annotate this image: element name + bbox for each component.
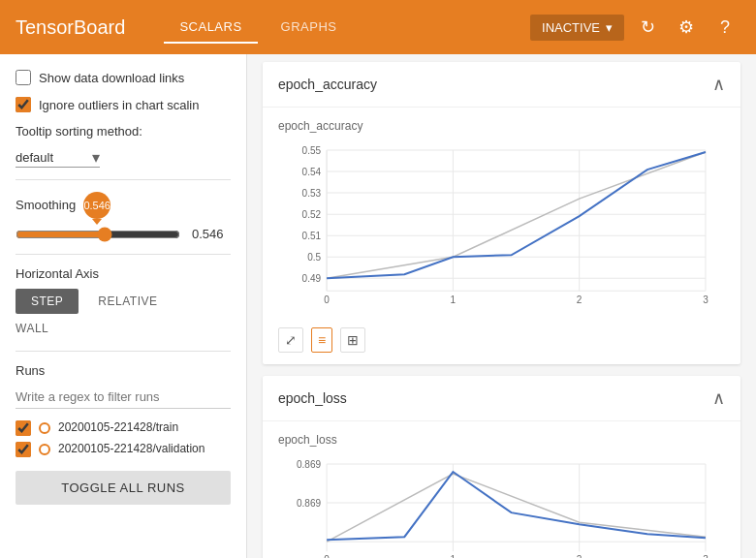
svg-text:1: 1 <box>451 555 457 558</box>
run-item-validation: 20200105-221428/validation <box>16 442 231 457</box>
svg-text:0.5: 0.5 <box>307 252 321 263</box>
divider-1 <box>16 179 231 180</box>
svg-text:2: 2 <box>577 294 583 305</box>
run-train-dot <box>39 422 50 434</box>
svg-text:0.54: 0.54 <box>302 167 322 177</box>
smoothing-value: 0.546 <box>192 227 231 241</box>
horizontal-axis-title: Horizontal Axis <box>16 266 231 281</box>
main-content: epoch_accuracy ∧ epoch_accuracy <box>247 54 756 558</box>
epoch-loss-body: epoch_loss <box>263 421 740 558</box>
epoch-accuracy-header: epoch_accuracy ∧ <box>263 62 740 108</box>
epoch-accuracy-body: epoch_accuracy <box>263 108 740 364</box>
epoch-accuracy-toolbar: ⤢ ≡ ⊞ <box>278 324 725 356</box>
tooltip-sorting-label: Tooltip sorting method: <box>16 124 142 140</box>
axis-step-button[interactable]: STEP <box>16 289 79 314</box>
epoch-loss-subtitle: epoch_loss <box>278 433 725 447</box>
smoothing-title: Smoothing <box>16 198 76 212</box>
toggle-all-runs-button[interactable]: TOGGLE ALL RUNS <box>16 471 231 505</box>
axis-relative-button[interactable]: RELATIVE <box>82 289 173 314</box>
epoch-loss-collapse-icon[interactable]: ∧ <box>712 388 725 409</box>
fit-chart-button[interactable]: ⊞ <box>340 327 365 353</box>
axis-buttons: STEP RELATIVE <box>16 289 231 314</box>
tooltip-sorting-select[interactable]: default ascending descending nearest <box>16 148 100 168</box>
svg-text:0.869: 0.869 <box>297 459 321 470</box>
epoch-accuracy-title: epoch_accuracy <box>278 77 377 92</box>
epoch-accuracy-subtitle: epoch_accuracy <box>278 119 725 133</box>
main-nav: SCALARS GRAPHS <box>164 12 530 44</box>
expand-chart-button[interactable]: ⤢ <box>278 327 303 353</box>
show-download-checkbox[interactable] <box>16 70 31 85</box>
ignore-outliers-row: Ignore outliers in chart scalin <box>16 97 231 112</box>
horizontal-axis-section: Horizontal Axis STEP RELATIVE WALL <box>16 266 231 339</box>
header-right: INACTIVE ▾ ↻ ⚙ ? <box>530 12 740 43</box>
help-icon[interactable]: ? <box>709 12 740 43</box>
svg-text:0.55: 0.55 <box>302 145 322 156</box>
epoch-accuracy-card: epoch_accuracy ∧ epoch_accuracy <box>263 62 740 364</box>
svg-text:0.869: 0.869 <box>297 499 321 510</box>
svg-text:3: 3 <box>703 555 709 558</box>
svg-text:0.49: 0.49 <box>302 273 322 284</box>
sidebar: Show data download links Ignore outliers… <box>0 54 247 558</box>
runs-title: Runs <box>16 363 231 378</box>
gear-icon[interactable]: ⚙ <box>671 12 702 43</box>
run-validation-label: 20200105-221428/validation <box>58 442 205 457</box>
svg-text:0.51: 0.51 <box>302 231 322 241</box>
smoothing-section: Smoothing 0.546 0.546 <box>16 192 231 242</box>
epoch-loss-title: epoch_loss <box>278 390 347 406</box>
svg-text:1: 1 <box>451 294 457 305</box>
epoch-accuracy-chart: 0.55 0.54 0.53 0.52 0.51 0.5 0.49 0 1 <box>278 140 725 320</box>
divider-2 <box>16 254 231 255</box>
svg-text:2: 2 <box>577 555 583 558</box>
show-download-row: Show data download links <box>16 70 231 85</box>
run-validation-checkbox[interactable] <box>16 442 31 457</box>
inactive-button[interactable]: INACTIVE ▾ <box>530 15 624 41</box>
show-download-label: Show data download links <box>39 71 184 85</box>
smoothing-tooltip-bubble: 0.546 <box>83 192 110 219</box>
run-validation-dot <box>39 444 50 455</box>
data-download-button[interactable]: ≡ <box>311 327 332 353</box>
refresh-icon[interactable]: ↻ <box>632 12 663 43</box>
divider-3 <box>16 351 231 352</box>
epoch-loss-header: epoch_loss ∧ <box>263 376 740 421</box>
app-logo: TensorBoard <box>16 16 125 39</box>
run-train-checkbox[interactable] <box>16 420 31 436</box>
tooltip-sorting-row: Tooltip sorting method: default ascendin… <box>16 124 231 168</box>
svg-text:0.53: 0.53 <box>302 188 322 199</box>
epoch-accuracy-collapse-icon[interactable]: ∧ <box>712 74 725 95</box>
nav-scalars[interactable]: SCALARS <box>164 12 257 44</box>
svg-text:3: 3 <box>703 294 709 305</box>
runs-filter-input[interactable] <box>16 386 231 409</box>
nav-graphs[interactable]: GRAPHS <box>266 12 353 44</box>
runs-section: Runs 20200105-221428/train 20200105-2214… <box>16 363 231 542</box>
svg-text:0.52: 0.52 <box>302 209 322 220</box>
main-layout: Show data download links Ignore outliers… <box>0 54 756 558</box>
epoch-loss-card: epoch_loss ∧ epoch_loss <box>263 376 740 558</box>
tooltip-select-wrapper: default ascending descending nearest ▾ <box>16 148 100 168</box>
smoothing-label-row: Smoothing 0.546 <box>16 192 231 219</box>
svg-text:0: 0 <box>324 555 330 558</box>
ignore-outliers-label: Ignore outliers in chart scalin <box>39 98 199 112</box>
run-item-train: 20200105-221428/train <box>16 420 231 436</box>
svg-text:0: 0 <box>324 294 330 305</box>
epoch-loss-chart: 0.869 0.869 0 1 2 3 <box>278 454 725 558</box>
app-header: TensorBoard SCALARS GRAPHS INACTIVE ▾ ↻ … <box>0 0 756 54</box>
smoothing-slider[interactable] <box>16 227 180 242</box>
wall-label[interactable]: WALL <box>16 318 231 339</box>
slider-row: 0.546 <box>16 227 231 242</box>
run-train-label: 20200105-221428/train <box>58 420 178 436</box>
ignore-outliers-checkbox[interactable] <box>16 97 31 112</box>
